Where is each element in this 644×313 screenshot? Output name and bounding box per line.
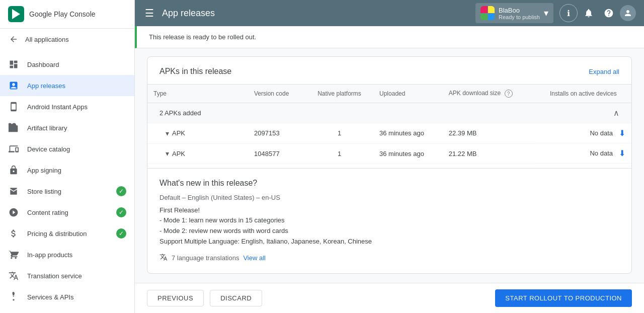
col-type: Type (147, 85, 248, 103)
whats-new-section: What's new in this release? Default – En… (147, 168, 631, 273)
app-selector[interactable]: BlaBoo Ready to publish ▾ (475, 3, 553, 23)
col-native-platforms: Native platforms (305, 85, 373, 103)
device-catalog-icon (8, 143, 19, 154)
download-apk-icon-2[interactable]: ⬇ (619, 148, 625, 158)
sidebar-item-label-artifact-library: Artifact library (27, 124, 126, 132)
release-ready-text: This release is ready to be rolled out. (149, 33, 256, 41)
back-label: All applications (25, 36, 126, 43)
apk-type-cell-1: ▾ APK (147, 123, 248, 144)
user-avatar[interactable] (620, 5, 636, 21)
app-status: Ready to publish (499, 14, 540, 20)
app-signing-icon (8, 165, 19, 176)
info-button[interactable]: ℹ (559, 4, 578, 22)
translation-icon (159, 253, 168, 263)
sidebar: Google Play Console All applications Das… (0, 0, 135, 313)
android-instant-icon (8, 101, 19, 112)
sidebar-item-store-listing[interactable]: Store listing ✓ (0, 181, 134, 202)
app-icon-q4 (488, 14, 495, 21)
sidebar-item-label-in-app: In-app products (27, 251, 126, 259)
sidebar-nav: Dashboard App releases Android Instant A… (0, 50, 134, 313)
sidebar-item-content-rating[interactable]: Content rating ✓ (0, 202, 134, 223)
installs-2: No data ⬇ (535, 143, 631, 164)
previous-button[interactable]: PREVIOUS (147, 290, 204, 306)
apks-section-card: APKs in this release Expand all Type Ver… (147, 56, 632, 274)
release-ready-banner: This release is ready to be rolled out. (135, 26, 644, 48)
sidebar-item-app-signing[interactable]: App signing (0, 160, 134, 181)
help-button[interactable] (600, 4, 618, 22)
app-info: BlaBoo Ready to publish (499, 7, 540, 20)
group-chevron-icon: ∧ (613, 108, 619, 118)
pricing-check: ✓ (116, 228, 126, 239)
notification-button[interactable] (580, 4, 598, 22)
back-arrow-icon (8, 34, 19, 45)
artifact-library-icon (8, 122, 19, 133)
store-listing-icon (8, 186, 19, 197)
translation-count: 7 language translations (172, 254, 239, 262)
content-area: This release is ready to be rolled out. … (135, 26, 644, 283)
footer: PREVIOUS DISCARD START ROLLOUT TO PRODUC… (135, 283, 644, 313)
download-apk-icon-1[interactable]: ⬇ (619, 128, 625, 138)
sidebar-item-label-app-signing: App signing (27, 167, 126, 174)
footer-left: PREVIOUS DISCARD (147, 290, 262, 306)
native-platforms-1: 1 (305, 123, 373, 144)
sidebar-item-services-apis[interactable]: Services & APIs (0, 286, 134, 307)
content-rating-icon (8, 207, 19, 218)
col-version-code: Version code (248, 85, 305, 103)
col-installs: Installs on active devices (535, 85, 631, 103)
sidebar-item-artifact-library[interactable]: Artifact library (0, 117, 134, 138)
app-icon-q3 (480, 14, 488, 21)
rollout-button[interactable]: START ROLLOUT TO PRODUCTION (495, 289, 632, 307)
sidebar-item-label-dashboard: Dashboard (27, 61, 126, 68)
table-row: ▾ APK 1048577 1 36 minutes ago (147, 143, 631, 164)
apks-section-header: APKs in this release Expand all (147, 57, 631, 84)
whats-new-locale: Default – English (United States) – en-U… (159, 194, 619, 201)
sidebar-header: Google Play Console (0, 0, 134, 29)
uploaded-2: 36 minutes ago (373, 143, 443, 164)
apk-collapse-icon-2[interactable]: ▾ (166, 149, 169, 158)
sidebar-logo: Google Play Console (8, 6, 96, 22)
dashboard-icon (8, 59, 19, 70)
topbar-title: App releases (162, 8, 469, 19)
translation-row: 7 language translations View all (159, 253, 619, 263)
sidebar-item-dashboard[interactable]: Dashboard (0, 54, 134, 75)
sidebar-item-label-store-listing: Store listing (27, 188, 108, 195)
play-console-logo-icon (8, 6, 24, 22)
translation-service-icon (8, 270, 19, 281)
sidebar-item-pricing-distribution[interactable]: Pricing & distribution ✓ (0, 223, 134, 244)
app-name: BlaBoo (499, 7, 540, 14)
apk-collapse-icon-1[interactable]: ▾ (166, 129, 169, 137)
apk-group-toggle[interactable]: 2 APKs added ∧ (159, 108, 619, 118)
expand-all-link[interactable]: Expand all (589, 68, 619, 75)
sidebar-item-device-catalog[interactable]: Device catalog (0, 138, 134, 160)
main-container: ☰ App releases BlaBoo Ready to publish ▾… (135, 0, 644, 313)
col-uploaded: Uploaded (373, 85, 443, 103)
dropdown-arrow-icon[interactable]: ▾ (544, 8, 548, 19)
apk-type-cell-2: ▾ APK (147, 143, 248, 164)
discard-button[interactable]: DISCARD (210, 290, 262, 306)
menu-icon[interactable]: ☰ (143, 5, 156, 21)
sidebar-title-text: Google Play Console (29, 10, 96, 19)
nav-item-back[interactable]: All applications (0, 29, 134, 50)
app-icon-q2 (488, 6, 495, 13)
table-row: ▾ APK 2097153 1 36 minutes ago (147, 123, 631, 144)
sidebar-item-label-android-instant: Android Instant Apps (27, 103, 126, 111)
topbar: ☰ App releases BlaBoo Ready to publish ▾… (135, 0, 644, 26)
sidebar-item-android-instant[interactable]: Android Instant Apps (0, 96, 134, 117)
topbar-icons: ℹ (559, 4, 636, 22)
whats-new-content: First Release! - Mode 1: learn new words… (159, 205, 619, 247)
view-all-link[interactable]: View all (243, 254, 266, 262)
store-listing-check: ✓ (116, 186, 126, 196)
apk-group-cell: 2 APKs added ∧ (147, 103, 631, 123)
sidebar-item-translation-service[interactable]: Translation service (0, 265, 134, 286)
services-apis-icon (8, 291, 19, 302)
download-size-help-icon[interactable]: ? (505, 90, 513, 98)
version-code-1: 2097153 (248, 123, 305, 144)
uploaded-1: 36 minutes ago (373, 123, 443, 144)
download-size-1: 22.39 MB (443, 123, 535, 144)
sidebar-item-label-pricing: Pricing & distribution (27, 230, 108, 238)
sidebar-item-app-releases[interactable]: App releases (0, 75, 134, 96)
apk-table: Type Version code Native platforms Uploa… (147, 84, 631, 164)
app-icon (480, 6, 495, 20)
sidebar-item-in-app-products[interactable]: In-app products (0, 244, 134, 265)
whats-new-title: What's new in this release? (159, 179, 619, 188)
